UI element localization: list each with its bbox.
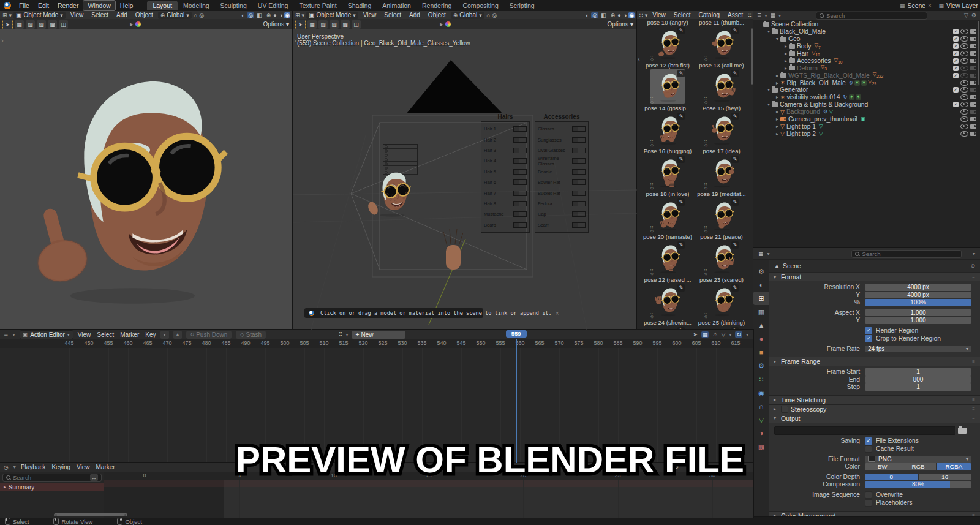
hair-row-hair-8[interactable]: Hair 8: [484, 198, 527, 209]
edit-pencil-icon[interactable]: ✎: [677, 241, 685, 249]
browse-action-icon[interactable]: ⠿: [339, 331, 343, 338]
accessory-toggle[interactable]: [572, 191, 586, 196]
edit-pencil-icon[interactable]: ✎: [677, 27, 685, 34]
property-field[interactable]: 1.000: [865, 317, 971, 324]
pose-asset-cell[interactable]: pose 12 (bro fist)✎∷◇: [641, 62, 695, 105]
pose-asset-cell[interactable]: pose 20 (namaste)✎∷◇: [641, 233, 695, 276]
current-frame-indicator[interactable]: 559: [506, 330, 527, 338]
property-field[interactable]: 1: [865, 368, 971, 376]
disable-render-camera-icon[interactable]: [970, 29, 976, 34]
hide-eye-icon[interactable]: [960, 43, 968, 49]
checkbox[interactable]: [865, 499, 872, 507]
hair-row-hair-1[interactable]: Hair 1: [484, 124, 527, 134]
disable-render-camera-icon[interactable]: [970, 81, 976, 85]
gizmo-toggle-icon[interactable]: ◎: [247, 12, 254, 18]
edit-pencil-icon[interactable]: ✎: [731, 27, 739, 34]
edit-pencil-icon[interactable]: ✎: [731, 284, 739, 292]
properties-search-input[interactable]: Search: [851, 250, 962, 258]
expand-icon[interactable]: ▸: [4, 485, 6, 489]
render-enable-checkbox[interactable]: ✓: [953, 87, 959, 93]
select-mode-icon-0[interactable]: ▦: [15, 20, 24, 29]
render-enable-checkbox[interactable]: ✓: [953, 58, 959, 64]
hair-toggle[interactable]: [513, 179, 527, 185]
collapse-icon[interactable]: ▸: [774, 109, 780, 115]
outliner-row[interactable]: ▾Camera & Lights & Background✓: [753, 101, 980, 108]
menu-file[interactable]: File: [15, 1, 34, 10]
property-dropdown[interactable]: 24 fps▾: [865, 346, 971, 353]
properties-tab-texture[interactable]: ▩: [753, 440, 769, 453]
collapse-icon[interactable]: ▸: [130, 20, 134, 28]
properties-tab-modifiers[interactable]: ⚙: [753, 359, 769, 372]
property-field[interactable]: 4000 px: [865, 284, 971, 291]
folder-icon[interactable]: [958, 428, 967, 434]
hide-eye-icon[interactable]: [960, 80, 968, 86]
timeline-scrollbar[interactable]: [54, 513, 127, 516]
properties-tab-view-layer[interactable]: ▦: [753, 305, 769, 319]
outliner-row[interactable]: ▸▽Light top 2▽: [753, 130, 980, 137]
hair-toggle[interactable]: [513, 201, 527, 206]
edit-pencil-icon[interactable]: ✎: [731, 113, 739, 120]
solid-shading-icon[interactable]: ●: [273, 12, 277, 18]
accessory-toggle[interactable]: [572, 148, 586, 153]
timeline-search-input[interactable]: Search ↔: [2, 474, 102, 482]
disable-render-camera-icon[interactable]: [970, 124, 976, 129]
hide-eye-icon[interactable]: [960, 66, 968, 71]
pose-asset-cell[interactable]: pose 22 (raised ...✎∷◇: [641, 276, 695, 319]
pose-thumbnail[interactable]: ✎∷◇: [650, 155, 685, 189]
disable-render-camera-icon[interactable]: [970, 88, 976, 92]
hair-toggle[interactable]: [513, 222, 527, 228]
scene-unlink-icon[interactable]: ×: [928, 2, 931, 9]
chevron-down-icon[interactable]: ▾: [729, 332, 731, 338]
menu-add[interactable]: Add: [113, 12, 130, 18]
menu-edit[interactable]: Edit: [34, 1, 53, 10]
pose-thumbnail[interactable]: ✎∷◇: [704, 112, 739, 146]
pose-asset-cell[interactable]: pose 25 (thinking)✎∷◇: [695, 319, 748, 330]
menu-marker[interactable]: Marker: [96, 464, 115, 470]
pose-thumbnail[interactable]: ✎∷◇: [704, 155, 739, 189]
workspace-tab-layout[interactable]: Layout: [147, 1, 178, 10]
disable-render-camera-icon[interactable]: [970, 44, 976, 48]
menu-marker[interactable]: Marker: [120, 331, 139, 338]
chevron-down-icon[interactable]: ▾: [9, 12, 12, 18]
accessory-row-sunglasses[interactable]: Sunglasses: [538, 134, 586, 145]
menu-object[interactable]: Object: [132, 12, 156, 18]
workspace-tab-modeling[interactable]: Modeling: [178, 1, 215, 10]
menu-select[interactable]: Select: [671, 12, 694, 18]
editor-type-icon[interactable]: ≣: [4, 331, 9, 338]
pose-asset-cell[interactable]: pose 24 (showin...✎∷◇: [641, 319, 695, 330]
scene-selector[interactable]: Scene: [907, 2, 925, 9]
filter-invert-icon[interactable]: ↔: [90, 474, 99, 481]
editor-type-icon[interactable]: ≣: [758, 251, 763, 257]
property-slider[interactable]: 100%: [865, 299, 971, 306]
chevron-down-icon[interactable]: ▾: [13, 464, 16, 470]
workspace-tab-sculpting[interactable]: Sculpting: [215, 1, 252, 10]
pose-thumbnail[interactable]: ✎∷◇: [704, 198, 739, 232]
filter-icon[interactable]: ▽: [722, 331, 726, 338]
hide-eye-icon[interactable]: [960, 87, 968, 93]
visibility-dropdown-icon[interactable]: ◐: [241, 12, 244, 18]
hide-eye-icon[interactable]: [960, 124, 968, 129]
workspace-tab-uv-editing[interactable]: UV Editing: [252, 1, 294, 10]
render-enable-checkbox[interactable]: ✓: [953, 36, 959, 42]
viewport-left[interactable]: ⊞▾▣Object Mode▾ViewSelectAddObject⊕Globa…: [0, 11, 293, 330]
outliner-row[interactable]: ▸Deform▽3✓: [753, 64, 980, 72]
options-dropdown[interactable]: Options▾: [263, 21, 290, 28]
menu-view[interactable]: View: [78, 331, 91, 338]
outliner-row[interactable]: ▸▽Light top 1▽: [753, 123, 980, 130]
select-mode-icon-1[interactable]: ▧: [26, 20, 35, 29]
menu-playback[interactable]: Playback: [21, 464, 46, 470]
stash-button[interactable]: ◇ Stash: [236, 331, 266, 339]
expand-icon[interactable]: ▾: [774, 36, 780, 42]
edit-pencil-icon[interactable]: ✎: [677, 156, 685, 163]
outliner-row[interactable]: ▾Black_Old_Male✓: [753, 28, 980, 36]
grid-size-icon[interactable]: ⠿: [748, 12, 752, 18]
collapse-icon[interactable]: ▸: [783, 66, 789, 71]
outliner-search-input[interactable]: Search: [816, 12, 927, 20]
asset-scrollbar[interactable]: [751, 28, 753, 85]
pose-thumbnail[interactable]: ✎∷◇: [650, 112, 685, 146]
rendered-shading-icon[interactable]: ◉: [284, 12, 290, 18]
panel-header-frame-range[interactable]: ▾Frame Range≡: [769, 357, 980, 366]
hide-eye-icon[interactable]: [960, 51, 968, 56]
menu-view[interactable]: View: [649, 12, 669, 18]
select-mode-icon-4[interactable]: ◫: [59, 20, 68, 29]
